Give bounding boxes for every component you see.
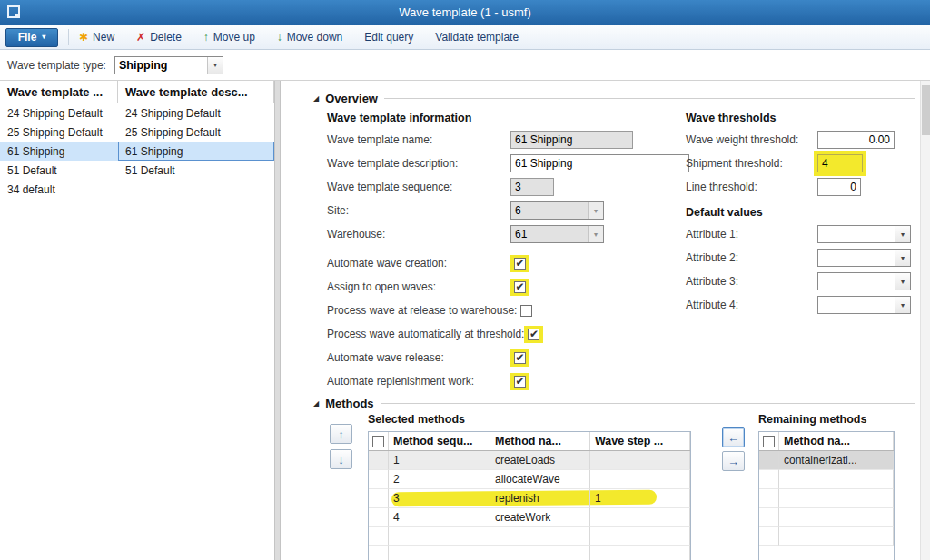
automate-replenishment-work-label: Automate replenishment work: bbox=[327, 375, 510, 388]
attribute-1-select[interactable]: ▾ bbox=[817, 225, 911, 243]
toolbar-move-down-button[interactable]: ↓ Move down bbox=[277, 31, 342, 44]
section-divider bbox=[384, 98, 915, 99]
select-all-checkbox[interactable] bbox=[763, 436, 775, 447]
detail-panel: ◢ Overview Wave template information Wav… bbox=[281, 81, 930, 560]
cell-method-name: createWork bbox=[490, 508, 590, 527]
shipment-threshold-field[interactable]: 4 bbox=[817, 154, 863, 172]
splitter[interactable] bbox=[274, 81, 281, 560]
right-arrow-icon: → bbox=[727, 455, 739, 468]
column-header-wave-template-desc[interactable]: Wave template desc... bbox=[118, 81, 274, 103]
main-area: Wave template ... Wave template desc... … bbox=[0, 81, 930, 560]
scrollbar-thumb[interactable] bbox=[922, 85, 930, 135]
toolbar-move-up-button[interactable]: ↑ Move up bbox=[203, 31, 255, 44]
method-move-up-button[interactable]: ↑ bbox=[330, 424, 352, 444]
table-row-selected[interactable]: 61 Shipping 61 Shipping bbox=[0, 142, 274, 161]
chevron-down-icon[interactable]: ▾ bbox=[588, 226, 603, 242]
assign-to-open-waves-label: Assign to open waves: bbox=[327, 280, 510, 293]
chevron-down-icon[interactable]: ▾ bbox=[895, 226, 910, 242]
process-wave-at-release-checkbox[interactable] bbox=[520, 305, 532, 317]
file-menu-button[interactable]: File ▾ bbox=[5, 28, 58, 47]
site-label: Site: bbox=[327, 204, 510, 217]
automate-wave-release-checkbox[interactable]: ✔ bbox=[514, 352, 526, 364]
toolbar-new-button[interactable]: ✱ New bbox=[79, 31, 114, 44]
method-row[interactable]: 4 createWork bbox=[369, 508, 690, 527]
shipment-threshold-label: Shipment threshold: bbox=[686, 157, 817, 170]
automate-replenishment-work-checkbox[interactable]: ✔ bbox=[514, 376, 526, 388]
attribute-4-value bbox=[818, 297, 895, 313]
wave-template-type-value: Shipping bbox=[115, 57, 207, 74]
cell-description: 61 Shipping bbox=[118, 142, 274, 161]
wave-template-type-select[interactable]: Shipping ▾ bbox=[114, 56, 223, 74]
toolbar-validate-template-button[interactable]: Validate template bbox=[435, 31, 519, 44]
chevron-down-icon[interactable]: ▾ bbox=[207, 57, 223, 74]
process-wave-at-release-label: Process wave at release to warehouse: bbox=[327, 304, 517, 317]
overview-section-title: Overview bbox=[325, 92, 378, 105]
table-row[interactable]: 25 Shipping Default 25 Shipping Default bbox=[0, 123, 274, 142]
remaining-methods-title: Remaining methods bbox=[758, 413, 866, 426]
column-header-method-name[interactable]: Method na... bbox=[490, 432, 590, 450]
selected-methods-grid: Method sequ... Method na... Wave step ..… bbox=[368, 431, 691, 560]
methods-section-header[interactable]: ◢ Methods bbox=[313, 395, 915, 411]
cell-method-name: allocateWave bbox=[490, 470, 590, 489]
column-header-method-name[interactable]: Method na... bbox=[779, 432, 894, 450]
cell-name: 61 Shipping bbox=[0, 142, 118, 161]
chevron-down-icon[interactable]: ▾ bbox=[588, 202, 603, 219]
chevron-down-icon[interactable]: ▾ bbox=[895, 273, 910, 290]
table-row[interactable]: 24 Shipping Default 24 Shipping Default bbox=[0, 103, 274, 123]
highlight-mark: ✔ bbox=[510, 279, 529, 296]
warehouse-select[interactable]: 61 ▾ bbox=[510, 225, 604, 243]
process-wave-at-threshold-checkbox[interactable]: ✔ bbox=[528, 329, 539, 340]
grid-header: Method sequ... Method na... Wave step ..… bbox=[369, 432, 690, 451]
line-threshold-field[interactable]: 0 bbox=[817, 178, 861, 196]
highlight-mark: ✔ bbox=[510, 349, 529, 367]
cell-name: 34 default bbox=[0, 180, 118, 199]
cell-description bbox=[118, 180, 274, 199]
attribute-2-select[interactable]: ▾ bbox=[817, 249, 911, 267]
vertical-scrollbar[interactable] bbox=[920, 81, 930, 560]
column-header-wave-template[interactable]: Wave template ... bbox=[0, 81, 118, 103]
wave-template-name-field[interactable]: 61 Shipping bbox=[510, 131, 633, 149]
section-expand-icon[interactable]: ◢ bbox=[313, 399, 319, 408]
table-row[interactable]: 34 default bbox=[0, 180, 274, 199]
toolbar-edit-query-button[interactable]: Edit query bbox=[364, 31, 413, 44]
assign-to-open-waves-checkbox[interactable]: ✔ bbox=[514, 281, 526, 293]
site-select[interactable]: 6 ▾ bbox=[510, 201, 604, 220]
method-move-down-button[interactable]: ↓ bbox=[330, 449, 352, 469]
table-row[interactable]: 51 Default 51 Default bbox=[0, 161, 274, 180]
cell-wave-step bbox=[590, 508, 690, 527]
file-menu-label: File bbox=[18, 31, 37, 44]
wave-template-description-label: Wave template description: bbox=[327, 157, 510, 170]
empty-row bbox=[369, 546, 690, 560]
attribute-4-select[interactable]: ▾ bbox=[817, 296, 911, 314]
attribute-3-select[interactable]: ▾ bbox=[817, 272, 911, 290]
select-all-checkbox[interactable] bbox=[372, 436, 384, 447]
chevron-down-icon[interactable]: ▾ bbox=[895, 297, 910, 313]
toolbar-delete-button[interactable]: ✗ Delete bbox=[136, 31, 182, 44]
move-method-right-button[interactable]: → bbox=[722, 451, 745, 471]
new-icon: ✱ bbox=[79, 31, 88, 44]
list-header: Wave template ... Wave template desc... bbox=[0, 81, 274, 103]
remaining-method-row[interactable]: containerizati... bbox=[759, 451, 894, 470]
method-row[interactable]: 2 allocateWave bbox=[369, 470, 690, 489]
cell-wave-step: 1 bbox=[590, 489, 690, 508]
section-expand-icon[interactable]: ◢ bbox=[313, 94, 319, 103]
toolbar-move-up-label: Move up bbox=[213, 31, 255, 44]
wave-weight-threshold-field[interactable]: 0.00 bbox=[817, 131, 895, 149]
wave-template-description-field[interactable]: 61 Shipping bbox=[510, 154, 689, 172]
automate-wave-creation-checkbox[interactable]: ✔ bbox=[514, 258, 526, 270]
up-arrow-icon: ↑ bbox=[338, 427, 344, 441]
remaining-methods-grid: Method na... containerizati... bbox=[758, 431, 895, 560]
column-header-wave-step[interactable]: Wave step ... bbox=[590, 432, 690, 450]
cell-sequence: 4 bbox=[389, 508, 490, 527]
cell-name: 51 Default bbox=[0, 161, 118, 180]
highlight-mark: ✔ bbox=[524, 326, 543, 343]
method-row-highlighted[interactable]: 3 replenish 1 bbox=[369, 489, 690, 508]
method-row[interactable]: 1 createLoads bbox=[369, 451, 690, 470]
move-method-left-button[interactable]: ← bbox=[722, 427, 745, 447]
window-title: Wave template (1 - usmf) bbox=[0, 0, 930, 25]
overview-section-header[interactable]: ◢ Overview bbox=[313, 90, 915, 106]
chevron-down-icon[interactable]: ▾ bbox=[895, 250, 910, 266]
column-header-method-sequence[interactable]: Method sequ... bbox=[389, 432, 490, 450]
cell-description: 24 Shipping Default bbox=[118, 103, 274, 123]
wave-template-sequence-field[interactable]: 3 bbox=[510, 178, 554, 196]
